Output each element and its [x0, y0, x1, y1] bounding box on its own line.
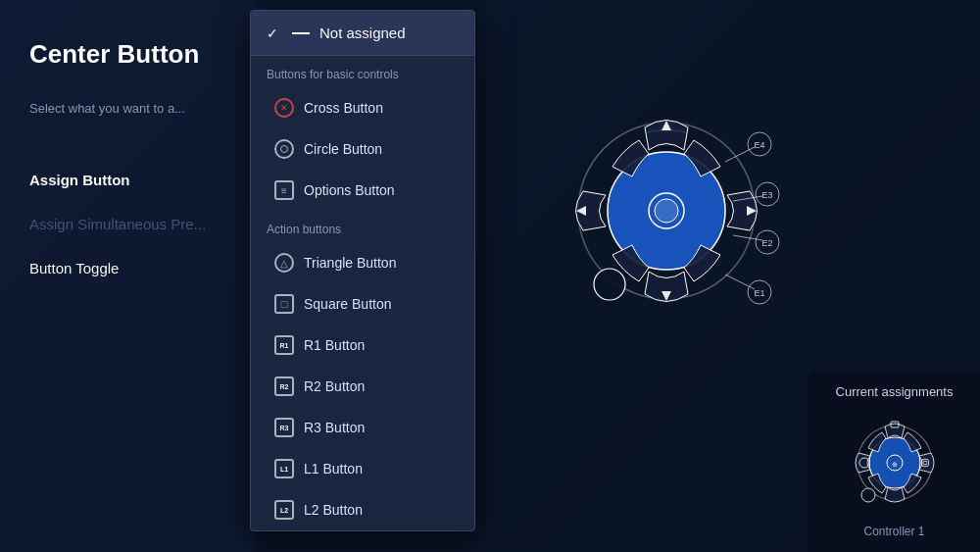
options-label: Options Button [304, 182, 395, 198]
square-label: Square Button [304, 296, 392, 312]
menu-item-assign-simultaneous: Assign Simultaneous Pre... [29, 202, 225, 246]
section-action-label: Action buttons [251, 211, 474, 242]
checkmark-icon: ✓ [267, 25, 282, 41]
page-title: Center Button [29, 39, 225, 70]
svg-point-4 [655, 199, 678, 223]
dropdown-item-r2[interactable]: R2 R2 Button [251, 366, 474, 407]
assignments-title: Current assignments [836, 384, 954, 399]
mini-controller-diagram: ⊕ [841, 409, 949, 517]
triangle-icon: △ [274, 253, 294, 273]
dropdown-menu[interactable]: ✓ Not assigned Buttons for basic control… [250, 10, 475, 531]
l1-label: L1 Button [304, 461, 363, 477]
dropdown-item-cross[interactable]: ✕ Cross Button [251, 87, 474, 128]
svg-line-15 [733, 235, 762, 240]
controller-area: E4 E3 E2 E1 [510, 0, 823, 422]
dropdown-selected-item[interactable]: ✓ Not assigned [251, 11, 474, 56]
l2-label: L2 Button [304, 502, 363, 518]
square-icon: □ [274, 294, 294, 314]
dropdown-item-square[interactable]: □ Square Button [251, 283, 474, 325]
dropdown-item-l1[interactable]: L1 L1 Button [251, 448, 474, 489]
options-icon: ≡ [274, 180, 294, 200]
dropdown-item-r3[interactable]: R3 R3 Button [251, 407, 474, 448]
dropdown-item-circle[interactable]: Circle Button [251, 128, 474, 170]
svg-text:E1: E1 [754, 288, 764, 298]
section-basic-label: Buttons for basic controls [251, 56, 474, 87]
r2-label: R2 Button [304, 378, 365, 394]
l2-icon: L2 [274, 500, 294, 520]
dropdown-item-l2[interactable]: L2 L2 Button [251, 489, 474, 530]
assignments-subtitle: Controller 1 [863, 525, 924, 538]
description-text: Select what you want to a... [29, 99, 225, 119]
selected-label: Not assigned [319, 25, 406, 41]
svg-text:E3: E3 [761, 190, 772, 200]
r1-label: R1 Button [304, 337, 365, 353]
svg-text:E4: E4 [754, 140, 764, 150]
current-assignments-panel: Current assignments ⊕ Controller 1 [808, 371, 980, 552]
r3-label: R3 Button [304, 420, 365, 435]
svg-text:⊕: ⊕ [892, 461, 898, 468]
left-panel: Center Button Select what you want to a.… [0, 0, 255, 552]
menu-item-button-toggle[interactable]: Button Toggle [29, 246, 225, 290]
circle-label: Circle Button [304, 141, 382, 157]
r3-icon: R3 [274, 418, 294, 437]
circle-icon [274, 139, 294, 159]
dropdown-item-r1[interactable]: R1 R1 Button [251, 325, 474, 366]
r1-icon: R1 [274, 335, 294, 355]
svg-point-21 [594, 269, 625, 300]
cross-icon: ✕ [274, 98, 294, 118]
dash-icon [292, 32, 310, 34]
triangle-label: Triangle Button [304, 255, 396, 271]
menu-item-assign-button[interactable]: Assign Button [29, 158, 225, 202]
svg-point-31 [861, 488, 875, 502]
r2-icon: R2 [274, 376, 294, 396]
cross-label: Cross Button [304, 100, 383, 116]
l1-icon: L1 [274, 459, 294, 478]
dropdown-item-triangle[interactable]: △ Triangle Button [251, 242, 474, 283]
dropdown-item-options[interactable]: ≡ Options Button [251, 170, 474, 211]
svg-text:E2: E2 [761, 238, 772, 248]
controller-diagram: E4 E3 E2 E1 [539, 83, 794, 338]
svg-line-18 [725, 275, 755, 289]
